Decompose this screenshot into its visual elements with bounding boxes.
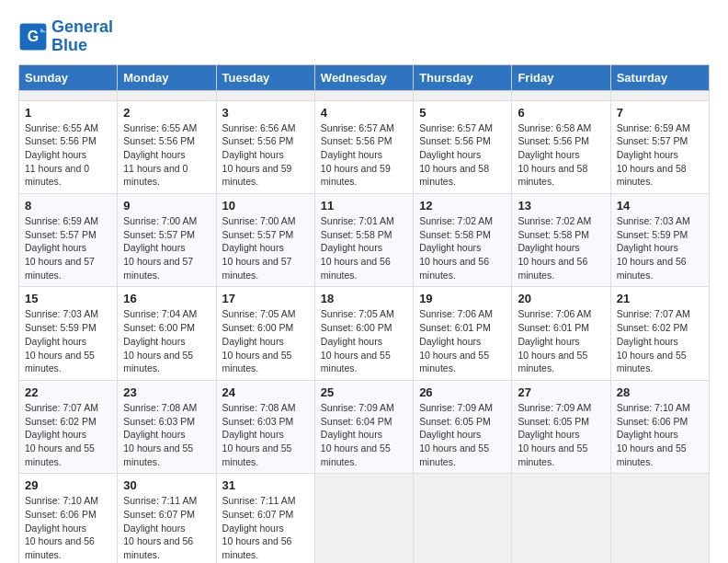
day-number: 15 (25, 292, 111, 305)
day-info: Sunrise: 7:02 AM Sunset: 5:58 PM Dayligh… (518, 214, 604, 282)
week-row-5: 29 Sunrise: 7:10 AM Sunset: 6:06 PM Dayl… (19, 474, 710, 563)
day-info: Sunrise: 7:00 AM Sunset: 5:57 PM Dayligh… (222, 214, 309, 282)
day-number: 4 (321, 106, 407, 120)
header-row: SundayMondayTuesdayWednesdayThursdayFrid… (19, 64, 710, 90)
day-info: Sunrise: 7:05 AM Sunset: 6:00 PM Dayligh… (321, 307, 407, 374)
day-number: 2 (123, 106, 210, 120)
day-info: Sunrise: 7:09 AM Sunset: 6:05 PM Dayligh… (518, 401, 604, 468)
day-number: 27 (518, 385, 604, 399)
day-header-wednesday: Wednesday (314, 64, 413, 90)
day-number: 19 (419, 292, 506, 305)
week-row-1: 1 Sunrise: 6:55 AM Sunset: 5:56 PM Dayli… (19, 100, 710, 193)
day-info: Sunrise: 6:59 AM Sunset: 5:57 PM Dayligh… (25, 214, 111, 282)
day-number: 22 (25, 385, 111, 399)
day-cell (414, 90, 512, 100)
day-cell: 5 Sunrise: 6:57 AM Sunset: 5:56 PM Dayli… (414, 100, 512, 193)
day-info: Sunrise: 7:07 AM Sunset: 6:02 PM Dayligh… (617, 307, 703, 374)
day-number: 20 (518, 292, 604, 305)
day-number: 1 (25, 106, 111, 120)
day-cell: 24 Sunrise: 7:08 AM Sunset: 6:03 PM Dayl… (216, 380, 314, 473)
day-cell: 9 Sunrise: 7:00 AM Sunset: 5:57 PM Dayli… (118, 194, 216, 287)
day-cell: 19 Sunrise: 7:06 AM Sunset: 6:01 PM Dayl… (414, 287, 512, 380)
week-row-3: 15 Sunrise: 7:03 AM Sunset: 5:59 PM Dayl… (19, 287, 710, 380)
day-number: 29 (25, 478, 111, 492)
day-cell: 7 Sunrise: 6:59 AM Sunset: 5:57 PM Dayli… (610, 100, 709, 193)
day-number: 24 (222, 385, 309, 399)
day-info: Sunrise: 7:02 AM Sunset: 5:58 PM Dayligh… (419, 214, 506, 282)
day-cell (512, 90, 610, 100)
day-cell (314, 90, 413, 100)
day-number: 25 (321, 385, 407, 399)
day-info: Sunrise: 7:09 AM Sunset: 6:04 PM Dayligh… (321, 401, 407, 468)
day-number: 10 (222, 199, 309, 213)
day-cell: 17 Sunrise: 7:05 AM Sunset: 6:00 PM Dayl… (216, 287, 314, 380)
day-cell: 18 Sunrise: 7:05 AM Sunset: 6:00 PM Dayl… (314, 287, 413, 380)
day-number: 13 (518, 199, 604, 213)
day-info: Sunrise: 7:00 AM Sunset: 5:57 PM Dayligh… (123, 214, 210, 282)
day-number: 9 (123, 199, 210, 213)
day-cell: 26 Sunrise: 7:09 AM Sunset: 6:05 PM Dayl… (414, 380, 512, 473)
logo-text: General Blue (51, 18, 113, 55)
day-header-thursday: Thursday (414, 64, 512, 90)
day-cell: 23 Sunrise: 7:08 AM Sunset: 6:03 PM Dayl… (118, 380, 216, 473)
day-info: Sunrise: 6:57 AM Sunset: 5:56 PM Dayligh… (321, 121, 407, 189)
day-number: 14 (617, 199, 703, 213)
day-cell: 2 Sunrise: 6:55 AM Sunset: 5:56 PM Dayli… (118, 100, 216, 193)
day-cell: 20 Sunrise: 7:06 AM Sunset: 6:01 PM Dayl… (512, 287, 610, 380)
day-cell: 25 Sunrise: 7:09 AM Sunset: 6:04 PM Dayl… (314, 380, 413, 473)
day-cell: 27 Sunrise: 7:09 AM Sunset: 6:05 PM Dayl… (512, 380, 610, 473)
day-cell (610, 474, 709, 563)
day-cell: 10 Sunrise: 7:00 AM Sunset: 5:57 PM Dayl… (216, 194, 314, 287)
day-info: Sunrise: 7:07 AM Sunset: 6:02 PM Dayligh… (25, 401, 111, 468)
day-number: 7 (617, 106, 703, 120)
day-info: Sunrise: 7:10 AM Sunset: 6:06 PM Dayligh… (617, 401, 703, 468)
week-row-4: 22 Sunrise: 7:07 AM Sunset: 6:02 PM Dayl… (19, 380, 710, 473)
day-cell: 14 Sunrise: 7:03 AM Sunset: 5:59 PM Dayl… (610, 194, 709, 287)
day-info: Sunrise: 7:04 AM Sunset: 6:00 PM Dayligh… (123, 307, 210, 374)
day-header-tuesday: Tuesday (216, 64, 314, 90)
header: G General Blue (18, 18, 710, 55)
day-cell (610, 90, 709, 100)
day-cell: 12 Sunrise: 7:02 AM Sunset: 5:58 PM Dayl… (414, 194, 512, 287)
day-number: 16 (123, 292, 210, 305)
day-cell (118, 90, 216, 100)
day-header-monday: Monday (118, 64, 216, 90)
day-info: Sunrise: 7:03 AM Sunset: 5:59 PM Dayligh… (25, 307, 111, 374)
day-info: Sunrise: 7:05 AM Sunset: 6:00 PM Dayligh… (222, 307, 309, 374)
svg-text:G: G (28, 29, 39, 44)
day-cell: 3 Sunrise: 6:56 AM Sunset: 5:56 PM Dayli… (216, 100, 314, 193)
day-number: 28 (617, 385, 703, 399)
day-number: 3 (222, 106, 309, 120)
day-cell (216, 90, 314, 100)
day-cell: 6 Sunrise: 6:58 AM Sunset: 5:56 PM Dayli… (512, 100, 610, 193)
day-cell: 31 Sunrise: 7:11 AM Sunset: 6:07 PM Dayl… (216, 474, 314, 563)
week-row-0 (19, 90, 710, 100)
day-cell: 16 Sunrise: 7:04 AM Sunset: 6:00 PM Dayl… (118, 287, 216, 380)
day-number: 17 (222, 292, 309, 305)
calendar-table: SundayMondayTuesdayWednesdayThursdayFrid… (18, 64, 710, 563)
day-info: Sunrise: 7:01 AM Sunset: 5:58 PM Dayligh… (321, 214, 407, 282)
day-number: 11 (321, 199, 407, 213)
day-cell (19, 90, 118, 100)
day-number: 26 (419, 385, 506, 399)
day-cell: 8 Sunrise: 6:59 AM Sunset: 5:57 PM Dayli… (19, 194, 118, 287)
day-info: Sunrise: 6:55 AM Sunset: 5:56 PM Dayligh… (123, 121, 210, 189)
day-info: Sunrise: 7:03 AM Sunset: 5:59 PM Dayligh… (617, 214, 703, 282)
day-info: Sunrise: 6:57 AM Sunset: 5:56 PM Dayligh… (419, 121, 506, 189)
day-cell: 15 Sunrise: 7:03 AM Sunset: 5:59 PM Dayl… (19, 287, 118, 380)
day-number: 30 (123, 478, 210, 492)
day-info: Sunrise: 7:11 AM Sunset: 6:07 PM Dayligh… (222, 494, 309, 561)
day-cell: 11 Sunrise: 7:01 AM Sunset: 5:58 PM Dayl… (314, 194, 413, 287)
day-cell: 4 Sunrise: 6:57 AM Sunset: 5:56 PM Dayli… (314, 100, 413, 193)
day-info: Sunrise: 7:06 AM Sunset: 6:01 PM Dayligh… (419, 307, 506, 374)
day-number: 12 (419, 199, 506, 213)
day-header-sunday: Sunday (19, 64, 118, 90)
day-info: Sunrise: 7:11 AM Sunset: 6:07 PM Dayligh… (123, 494, 210, 561)
day-info: Sunrise: 6:55 AM Sunset: 5:56 PM Dayligh… (25, 121, 111, 189)
day-number: 8 (25, 199, 111, 213)
day-cell: 21 Sunrise: 7:07 AM Sunset: 6:02 PM Dayl… (610, 287, 709, 380)
day-number: 5 (419, 106, 506, 120)
day-info: Sunrise: 6:59 AM Sunset: 5:57 PM Dayligh… (617, 121, 703, 189)
day-header-friday: Friday (512, 64, 610, 90)
day-cell: 30 Sunrise: 7:11 AM Sunset: 6:07 PM Dayl… (118, 474, 216, 563)
